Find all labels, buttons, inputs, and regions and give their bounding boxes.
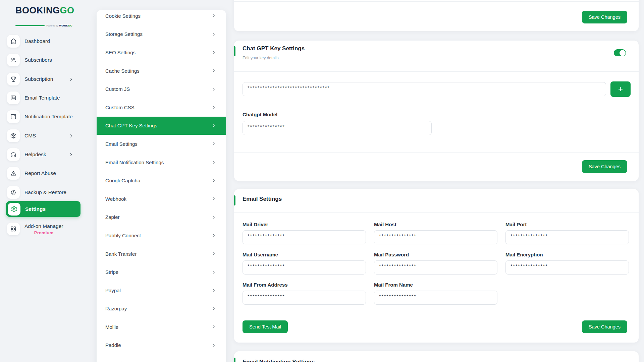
- email-settings-card: Email Settings Mail Driver Mail Host Mai…: [234, 189, 639, 343]
- settings-nav-item-googlecaptcha[interactable]: GoogleCaptcha: [97, 171, 226, 190]
- mail-from-address-label: Mail From Address: [243, 282, 366, 288]
- mail-username-input[interactable]: [243, 260, 366, 275]
- chevron-right-icon: [211, 123, 216, 128]
- section-accent-bar: [234, 195, 235, 205]
- chevron-right-icon: [211, 196, 216, 201]
- settings-nav-item-email[interactable]: Email Settings: [97, 135, 226, 153]
- chevron-right-icon: [69, 77, 73, 81]
- mail-encryption-label: Mail Encryption: [505, 252, 629, 257]
- notification-icon: [7, 110, 20, 123]
- settings-nav-item-mollie[interactable]: Mollie: [97, 318, 226, 336]
- sidebar-item-subscription[interactable]: Subscription: [7, 73, 83, 85]
- section-title: Chat GPT Key Settings: [243, 45, 305, 52]
- settings-nav-item-storage[interactable]: Storage Settings: [97, 25, 226, 44]
- gear-icon: [8, 203, 20, 216]
- sidebar-item-report-abuse[interactable]: Report Abuse: [7, 167, 83, 180]
- settings-nav-item-seo[interactable]: SEO Settings: [97, 43, 226, 62]
- mail-encryption-input[interactable]: [505, 260, 629, 275]
- logo-tagline: Powered By WORKDO: [15, 24, 72, 27]
- section-accent-bar: [234, 358, 235, 362]
- workdo-logo: WORKDO: [59, 24, 72, 27]
- sidebar-item-label: Subscription: [24, 76, 53, 82]
- settings-nav-item-mercadopago[interactable]: MercadoPago: [97, 354, 226, 362]
- alert-triangle-icon: [7, 167, 20, 180]
- sidebar-item-subscribers[interactable]: Subscribers: [7, 54, 83, 66]
- section-accent-bar: [234, 46, 235, 56]
- sidebar-item-helpdesk[interactable]: Helpdesk: [7, 148, 83, 161]
- toggle-knob: [620, 50, 626, 56]
- form-field: Mail Password: [374, 252, 497, 275]
- form-field: Mail Driver: [243, 222, 366, 244]
- app-logo: BOOKINGGO: [15, 5, 74, 16]
- section-subtitle: Edit your key details: [243, 56, 278, 60]
- sidebar-item-backup-restore[interactable]: Backup & Restore: [7, 186, 83, 199]
- mail-driver-input[interactable]: [243, 230, 366, 244]
- chevron-right-icon: [211, 87, 216, 92]
- settings-nav-item-paypal[interactable]: Paypal: [97, 281, 226, 300]
- settings-nav-item-pabbly[interactable]: Pabbly Connect: [97, 226, 226, 245]
- sidebar-item-label: Report Abuse: [24, 170, 56, 176]
- sidebar-item-label: Subscribers: [24, 57, 52, 63]
- section-title: Email Settings: [243, 196, 282, 202]
- primary-sidebar: BOOKINGGO Powered By WORKDO Dashboard Su…: [0, 0, 88, 362]
- sidebar-item-label: Helpdesk: [24, 152, 46, 158]
- send-test-mail-button[interactable]: Send Test Mail: [243, 320, 288, 333]
- save-changes-button[interactable]: Save Changes: [582, 11, 627, 23]
- settings-nav-item-chatgpt[interactable]: Chat GPT Key Settings: [97, 117, 226, 135]
- mail-host-input[interactable]: [374, 230, 497, 244]
- logo-rule: [15, 25, 45, 26]
- home-icon: [7, 35, 20, 48]
- chevron-right-icon: [211, 178, 216, 183]
- settings-nav-item-paddle[interactable]: Paddle: [97, 336, 226, 355]
- settings-nav-item-webhook[interactable]: Webhook: [97, 190, 226, 208]
- settings-nav-item-custom-js[interactable]: Custom JS: [97, 80, 226, 98]
- sidebar-item-addon-manager[interactable]: Add-on Manager Premium: [7, 223, 63, 235]
- chatgpt-enabled-toggle[interactable]: [614, 49, 626, 56]
- form-field: Mail From Address: [243, 282, 366, 305]
- email-settings-form: Mail Driver Mail Host Mail Port Mail Use…: [243, 222, 629, 305]
- settings-nav-item-razorpay[interactable]: Razorpay: [97, 300, 226, 318]
- previous-section-card: Save Changes: [234, 0, 639, 31]
- mail-from-address-input[interactable]: [243, 291, 366, 305]
- chevron-right-icon: [211, 288, 216, 293]
- sidebar-item-label: Settings: [25, 206, 46, 212]
- chevron-right-icon: [69, 134, 73, 138]
- settings-nav-item-cookie[interactable]: Cookie Settings: [97, 10, 226, 25]
- form-field: Mail Port: [505, 222, 629, 244]
- settings-nav-item-zapier[interactable]: Zapier: [97, 208, 226, 227]
- settings-nav-item-custom-css[interactable]: Custom CSS: [97, 98, 226, 117]
- chatgpt-key-input[interactable]: [243, 82, 606, 96]
- sidebar-item-label: Email Template: [24, 95, 60, 101]
- sidebar-item-notification-template[interactable]: Notification Template: [7, 110, 83, 123]
- sidebar-item-settings[interactable]: Settings: [6, 201, 80, 217]
- add-key-button[interactable]: +: [610, 81, 631, 97]
- settings-nav-item-stripe[interactable]: Stripe: [97, 263, 226, 281]
- chevron-right-icon: [211, 141, 216, 146]
- sidebar-item-cms[interactable]: CMS: [7, 129, 83, 142]
- sidebar-item-email-template[interactable]: Email Template: [7, 92, 83, 104]
- layout-icon: [7, 92, 20, 104]
- divider: [234, 313, 639, 313]
- chevron-right-icon: [211, 215, 216, 220]
- settings-nav-item-email-notification[interactable]: Email Notification Settings: [97, 153, 226, 172]
- settings-nav-item-cache[interactable]: Cache Settings: [97, 62, 226, 80]
- divider: [234, 212, 639, 213]
- trophy-icon: [7, 73, 20, 85]
- save-changes-button[interactable]: Save Changes: [582, 320, 627, 333]
- mail-from-name-input[interactable]: [374, 291, 497, 305]
- save-changes-button[interactable]: Save Changes: [582, 160, 627, 173]
- mail-password-input[interactable]: [374, 260, 497, 275]
- form-field: Mail Host: [374, 222, 497, 244]
- chevron-right-icon: [211, 233, 216, 238]
- chevron-right-icon: [211, 324, 216, 329]
- mail-port-input[interactable]: [505, 230, 629, 244]
- chevron-right-icon: [69, 153, 73, 157]
- settings-nav-item-bank-transfer[interactable]: Bank Transfer: [97, 245, 226, 263]
- sidebar-item-label: Add-on Manager: [24, 223, 63, 229]
- chevron-right-icon: [211, 306, 216, 311]
- users-icon: [7, 54, 20, 66]
- chatgpt-model-input[interactable]: [243, 121, 432, 135]
- mail-port-label: Mail Port: [505, 222, 629, 227]
- sidebar-item-dashboard[interactable]: Dashboard: [7, 35, 83, 48]
- chevron-right-icon: [211, 105, 216, 110]
